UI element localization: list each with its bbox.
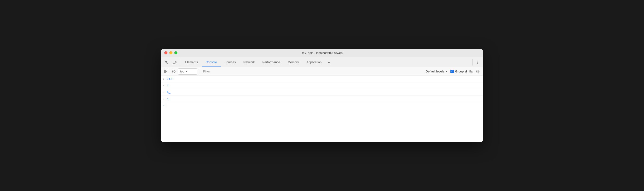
- svg-point-4: [478, 61, 478, 61]
- expand-chevron-2[interactable]: ‹: [163, 84, 167, 87]
- console-input-row[interactable]: ›: [161, 102, 483, 109]
- filter-divider: [199, 69, 199, 74]
- window-title: DevTools - localhost:8080/web/: [300, 51, 344, 55]
- tab-application[interactable]: Application: [303, 57, 326, 67]
- svg-line-10: [173, 70, 175, 73]
- console-input[interactable]: [167, 104, 167, 108]
- console-entry-text-3: $_: [167, 91, 170, 94]
- svg-point-5: [478, 62, 478, 62]
- tab-console[interactable]: Console: [202, 57, 221, 67]
- console-entry-text-2: 4: [167, 84, 168, 87]
- context-selector[interactable]: top ▼: [178, 68, 197, 75]
- toolbar-divider: [472, 59, 472, 66]
- tabs-container: Elements Console Sources Network Perform…: [181, 57, 471, 67]
- group-similar-toggle[interactable]: Group similar: [450, 70, 474, 73]
- input-chevron: ›: [163, 104, 167, 107]
- levels-dropdown-arrow: ▼: [445, 70, 448, 73]
- console-toolbar: top ▼ Default levels ▼ Group similar: [161, 67, 483, 76]
- devtools-menu-button[interactable]: [474, 59, 481, 66]
- inspect-element-button[interactable]: [163, 59, 170, 66]
- tab-memory[interactable]: Memory: [284, 57, 303, 67]
- main-toolbar: Elements Console Sources Network Perform…: [161, 57, 483, 67]
- cursor: [167, 104, 167, 108]
- svg-point-11: [477, 71, 478, 72]
- traffic-lights: [164, 51, 178, 54]
- svg-point-6: [478, 63, 478, 64]
- toolbar-right: [471, 59, 481, 66]
- devtools-window: DevTools - localhost:8080/web/ Elements: [161, 49, 483, 142]
- console-entry-text-4: 4: [167, 97, 168, 101]
- context-dropdown-arrow: ▼: [185, 70, 188, 73]
- svg-rect-2: [175, 61, 176, 63]
- group-similar-checkbox[interactable]: [450, 70, 454, 73]
- expand-chevron-4[interactable]: ‹: [163, 98, 167, 100]
- more-tabs-button[interactable]: »: [325, 59, 332, 66]
- toolbar-icons: [163, 59, 180, 66]
- close-button[interactable]: [164, 51, 168, 54]
- tab-elements[interactable]: Elements: [181, 57, 202, 67]
- svg-line-0: [167, 62, 168, 64]
- tab-network[interactable]: Network: [240, 57, 259, 67]
- device-toolbar-button[interactable]: [171, 59, 178, 66]
- maximize-button[interactable]: [174, 51, 178, 54]
- console-settings-button[interactable]: [474, 68, 481, 75]
- console-entry-2: ‹ 4: [161, 82, 483, 89]
- console-entry-1: › 2+2: [161, 76, 483, 82]
- tab-sources[interactable]: Sources: [221, 57, 240, 67]
- expand-chevron-3[interactable]: ›: [163, 91, 167, 94]
- svg-rect-7: [164, 70, 168, 73]
- console-entry-4: ‹ 4: [161, 96, 483, 102]
- show-sidebar-button[interactable]: [163, 68, 170, 75]
- console-entry-3: › $_: [161, 89, 483, 96]
- expand-chevron-1[interactable]: ›: [163, 78, 167, 81]
- titlebar: DevTools - localhost:8080/web/: [161, 49, 483, 57]
- console-filter-input[interactable]: [201, 70, 423, 73]
- tab-performance[interactable]: Performance: [258, 57, 284, 67]
- console-content: › 2+2 ‹ 4 › $_ ‹ 4 ›: [161, 76, 483, 142]
- clear-console-button[interactable]: [170, 68, 177, 75]
- minimize-button[interactable]: [169, 51, 172, 54]
- default-levels-selector[interactable]: Default levels ▼: [424, 68, 450, 75]
- console-entry-text-1: 2+2: [167, 77, 172, 81]
